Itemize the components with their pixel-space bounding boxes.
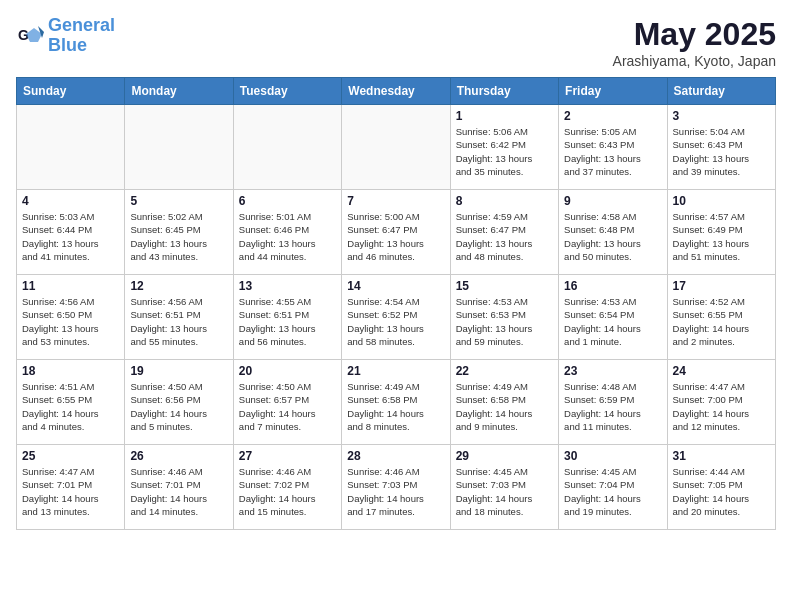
calendar-cell: 14Sunrise: 4:54 AM Sunset: 6:52 PM Dayli…	[342, 275, 450, 360]
day-info: Sunrise: 4:57 AM Sunset: 6:49 PM Dayligh…	[673, 210, 770, 263]
calendar-cell: 15Sunrise: 4:53 AM Sunset: 6:53 PM Dayli…	[450, 275, 558, 360]
day-info: Sunrise: 5:00 AM Sunset: 6:47 PM Dayligh…	[347, 210, 444, 263]
day-number: 6	[239, 194, 336, 208]
day-info: Sunrise: 4:54 AM Sunset: 6:52 PM Dayligh…	[347, 295, 444, 348]
day-info: Sunrise: 4:50 AM Sunset: 6:57 PM Dayligh…	[239, 380, 336, 433]
calendar-cell: 28Sunrise: 4:46 AM Sunset: 7:03 PM Dayli…	[342, 445, 450, 530]
day-number: 7	[347, 194, 444, 208]
day-info: Sunrise: 4:50 AM Sunset: 6:56 PM Dayligh…	[130, 380, 227, 433]
calendar-cell	[233, 105, 341, 190]
day-number: 27	[239, 449, 336, 463]
calendar-header-row: SundayMondayTuesdayWednesdayThursdayFrid…	[17, 78, 776, 105]
day-info: Sunrise: 5:03 AM Sunset: 6:44 PM Dayligh…	[22, 210, 119, 263]
day-info: Sunrise: 5:02 AM Sunset: 6:45 PM Dayligh…	[130, 210, 227, 263]
calendar-week-4: 18Sunrise: 4:51 AM Sunset: 6:55 PM Dayli…	[17, 360, 776, 445]
page-header: G GeneralBlue May 2025 Arashiyama, Kyoto…	[16, 16, 776, 69]
day-info: Sunrise: 4:49 AM Sunset: 6:58 PM Dayligh…	[456, 380, 553, 433]
calendar-week-3: 11Sunrise: 4:56 AM Sunset: 6:50 PM Dayli…	[17, 275, 776, 360]
day-info: Sunrise: 4:45 AM Sunset: 7:03 PM Dayligh…	[456, 465, 553, 518]
day-number: 1	[456, 109, 553, 123]
day-number: 15	[456, 279, 553, 293]
calendar-cell: 19Sunrise: 4:50 AM Sunset: 6:56 PM Dayli…	[125, 360, 233, 445]
day-info: Sunrise: 4:56 AM Sunset: 6:51 PM Dayligh…	[130, 295, 227, 348]
day-number: 31	[673, 449, 770, 463]
day-number: 20	[239, 364, 336, 378]
day-number: 2	[564, 109, 661, 123]
day-info: Sunrise: 4:59 AM Sunset: 6:47 PM Dayligh…	[456, 210, 553, 263]
calendar-cell	[17, 105, 125, 190]
logo-icon: G	[16, 22, 44, 50]
calendar-week-2: 4Sunrise: 5:03 AM Sunset: 6:44 PM Daylig…	[17, 190, 776, 275]
calendar-cell: 16Sunrise: 4:53 AM Sunset: 6:54 PM Dayli…	[559, 275, 667, 360]
day-number: 11	[22, 279, 119, 293]
logo-name: GeneralBlue	[48, 16, 115, 56]
location-title: Arashiyama, Kyoto, Japan	[613, 53, 776, 69]
day-info: Sunrise: 5:06 AM Sunset: 6:42 PM Dayligh…	[456, 125, 553, 178]
day-info: Sunrise: 4:48 AM Sunset: 6:59 PM Dayligh…	[564, 380, 661, 433]
weekday-header-monday: Monday	[125, 78, 233, 105]
day-number: 9	[564, 194, 661, 208]
day-number: 19	[130, 364, 227, 378]
calendar-cell: 18Sunrise: 4:51 AM Sunset: 6:55 PM Dayli…	[17, 360, 125, 445]
calendar-cell: 24Sunrise: 4:47 AM Sunset: 7:00 PM Dayli…	[667, 360, 775, 445]
day-info: Sunrise: 4:46 AM Sunset: 7:03 PM Dayligh…	[347, 465, 444, 518]
calendar-cell: 9Sunrise: 4:58 AM Sunset: 6:48 PM Daylig…	[559, 190, 667, 275]
weekday-header-thursday: Thursday	[450, 78, 558, 105]
day-number: 10	[673, 194, 770, 208]
weekday-header-sunday: Sunday	[17, 78, 125, 105]
calendar-cell: 1Sunrise: 5:06 AM Sunset: 6:42 PM Daylig…	[450, 105, 558, 190]
calendar-cell: 10Sunrise: 4:57 AM Sunset: 6:49 PM Dayli…	[667, 190, 775, 275]
day-info: Sunrise: 4:53 AM Sunset: 6:54 PM Dayligh…	[564, 295, 661, 348]
calendar-cell: 3Sunrise: 5:04 AM Sunset: 6:43 PM Daylig…	[667, 105, 775, 190]
day-number: 12	[130, 279, 227, 293]
calendar-cell: 20Sunrise: 4:50 AM Sunset: 6:57 PM Dayli…	[233, 360, 341, 445]
day-info: Sunrise: 4:45 AM Sunset: 7:04 PM Dayligh…	[564, 465, 661, 518]
calendar-cell: 13Sunrise: 4:55 AM Sunset: 6:51 PM Dayli…	[233, 275, 341, 360]
day-info: Sunrise: 4:58 AM Sunset: 6:48 PM Dayligh…	[564, 210, 661, 263]
title-block: May 2025 Arashiyama, Kyoto, Japan	[613, 16, 776, 69]
day-info: Sunrise: 4:56 AM Sunset: 6:50 PM Dayligh…	[22, 295, 119, 348]
calendar-cell: 31Sunrise: 4:44 AM Sunset: 7:05 PM Dayli…	[667, 445, 775, 530]
calendar-week-1: 1Sunrise: 5:06 AM Sunset: 6:42 PM Daylig…	[17, 105, 776, 190]
calendar-cell: 12Sunrise: 4:56 AM Sunset: 6:51 PM Dayli…	[125, 275, 233, 360]
calendar-cell: 25Sunrise: 4:47 AM Sunset: 7:01 PM Dayli…	[17, 445, 125, 530]
day-number: 21	[347, 364, 444, 378]
day-number: 28	[347, 449, 444, 463]
day-number: 3	[673, 109, 770, 123]
logo: G GeneralBlue	[16, 16, 115, 56]
day-info: Sunrise: 5:04 AM Sunset: 6:43 PM Dayligh…	[673, 125, 770, 178]
day-number: 25	[22, 449, 119, 463]
month-title: May 2025	[613, 16, 776, 53]
day-info: Sunrise: 4:46 AM Sunset: 7:02 PM Dayligh…	[239, 465, 336, 518]
calendar-cell: 21Sunrise: 4:49 AM Sunset: 6:58 PM Dayli…	[342, 360, 450, 445]
day-info: Sunrise: 5:01 AM Sunset: 6:46 PM Dayligh…	[239, 210, 336, 263]
calendar-cell: 30Sunrise: 4:45 AM Sunset: 7:04 PM Dayli…	[559, 445, 667, 530]
calendar-cell: 6Sunrise: 5:01 AM Sunset: 6:46 PM Daylig…	[233, 190, 341, 275]
calendar-cell: 4Sunrise: 5:03 AM Sunset: 6:44 PM Daylig…	[17, 190, 125, 275]
day-number: 16	[564, 279, 661, 293]
calendar-cell: 11Sunrise: 4:56 AM Sunset: 6:50 PM Dayli…	[17, 275, 125, 360]
day-number: 13	[239, 279, 336, 293]
day-info: Sunrise: 4:52 AM Sunset: 6:55 PM Dayligh…	[673, 295, 770, 348]
calendar-week-5: 25Sunrise: 4:47 AM Sunset: 7:01 PM Dayli…	[17, 445, 776, 530]
day-number: 23	[564, 364, 661, 378]
calendar-cell	[125, 105, 233, 190]
day-info: Sunrise: 4:51 AM Sunset: 6:55 PM Dayligh…	[22, 380, 119, 433]
calendar-cell: 8Sunrise: 4:59 AM Sunset: 6:47 PM Daylig…	[450, 190, 558, 275]
day-info: Sunrise: 4:44 AM Sunset: 7:05 PM Dayligh…	[673, 465, 770, 518]
day-number: 5	[130, 194, 227, 208]
day-info: Sunrise: 4:47 AM Sunset: 7:01 PM Dayligh…	[22, 465, 119, 518]
day-info: Sunrise: 4:46 AM Sunset: 7:01 PM Dayligh…	[130, 465, 227, 518]
day-number: 14	[347, 279, 444, 293]
day-number: 17	[673, 279, 770, 293]
calendar-cell: 17Sunrise: 4:52 AM Sunset: 6:55 PM Dayli…	[667, 275, 775, 360]
weekday-header-wednesday: Wednesday	[342, 78, 450, 105]
day-number: 18	[22, 364, 119, 378]
calendar-cell: 7Sunrise: 5:00 AM Sunset: 6:47 PM Daylig…	[342, 190, 450, 275]
day-number: 29	[456, 449, 553, 463]
day-info: Sunrise: 5:05 AM Sunset: 6:43 PM Dayligh…	[564, 125, 661, 178]
day-number: 24	[673, 364, 770, 378]
day-number: 26	[130, 449, 227, 463]
calendar-cell: 23Sunrise: 4:48 AM Sunset: 6:59 PM Dayli…	[559, 360, 667, 445]
calendar-cell: 22Sunrise: 4:49 AM Sunset: 6:58 PM Dayli…	[450, 360, 558, 445]
